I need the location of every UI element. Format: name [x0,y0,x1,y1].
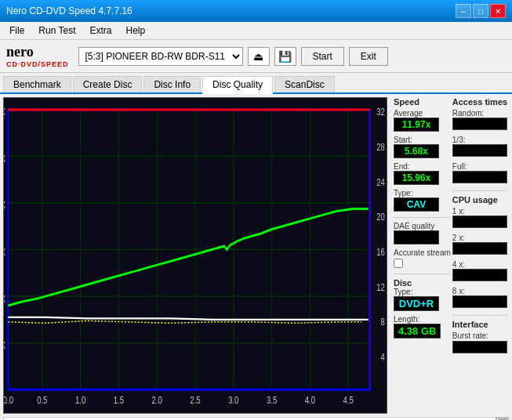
random-label: Random: [452,109,507,118]
start-label: Start: [394,136,451,144]
chart-area: 24 X 20 X 16 X 12 X 8 X 4 X 32 28 24 20 … [3,97,387,414]
cpu2x-stat: 2 x: [452,234,507,255]
disc-type-value: DVD+R [394,296,439,311]
type-value: CAV [394,197,439,212]
svg-text:3.0: 3.0 [228,393,239,405]
eject-button[interactable]: ⏏ [248,47,270,66]
cpu8x-label: 8 x: [452,287,507,295]
interface-title: Interface [452,320,507,329]
toolbar: nero CD·DVD/SPEED [5:3] PIONEER BD-RW BD… [0,40,512,73]
svg-text:4 X: 4 X [4,339,5,350]
average-label: Average [394,109,451,118]
cpu4x-value [452,269,507,281]
random-stat: Random: [452,109,507,130]
cpu8x-value [452,295,507,308]
full-value [452,171,507,183]
cpu1x-value [452,215,507,228]
cpu2x-value [452,242,507,255]
cpu8x-stat: 8 x: [452,287,507,308]
svg-text:2.0: 2.0 [152,393,163,405]
cd-dvd-speed-logo: CD·DVD/SPEED [6,60,69,68]
disc-length-stat: Length: 4.38 GB [394,315,451,339]
tab-disc-info[interactable]: Disc Info [143,76,201,92]
disc-title: Disc [394,278,451,288]
right-two-columns: Speed Average 11.97x Start: 5.68x End: 1… [390,94,512,360]
disc-length-label: Length: [394,315,451,324]
average-stat: Average 11.97x [394,109,451,132]
end-value: 15.96x [394,171,439,185]
svg-text:32: 32 [376,106,385,118]
start-stat: Start: 5.68x [394,136,451,158]
dae-quality-stat: DAE quality [394,222,451,244]
svg-text:1.5: 1.5 [114,393,124,405]
tab-create-disc[interactable]: Create Disc [73,76,143,92]
svg-text:20: 20 [376,211,385,223]
nero-logo-text: nero [6,44,34,60]
end-stat: End: 15.96x [394,162,451,185]
left-stats-column: Speed Average 11.97x Start: 5.68x End: 1… [390,94,452,360]
svg-text:28: 28 [376,140,385,152]
type-label: Type: [394,189,451,197]
right-panel: Speed Average 11.97x Start: 5.68x End: 1… [390,94,512,417]
type-stat: Type: CAV [394,189,451,212]
maximize-button[interactable]: □ [473,4,488,18]
main-content: 24 X 20 X 16 X 12 X 8 X 4 X 32 28 24 20 … [0,94,512,417]
speed-title: Speed [394,97,451,107]
menu-run-test[interactable]: Run Test [32,24,82,38]
cpu1x-stat: 1 x: [452,207,507,228]
svg-text:4.0: 4.0 [305,393,316,405]
window-controls: – □ ✕ [456,4,506,18]
dae-quality-value [394,230,439,244]
svg-text:2.5: 2.5 [190,393,200,405]
menu-help[interactable]: Help [120,24,152,38]
save-button[interactable]: 💾 [274,47,296,66]
close-button[interactable]: ✕ [490,4,506,18]
svg-text:12: 12 [376,281,385,292]
access-times-title: Access times [452,97,507,107]
full-stat: Full: [452,162,507,183]
accurate-stream-label: Accurate stream [394,248,451,257]
svg-text:16: 16 [376,245,385,257]
exit-button[interactable]: Exit [349,47,388,66]
svg-text:1.0: 1.0 [75,393,86,405]
svg-text:3.5: 3.5 [267,393,277,405]
start-value: 5.68x [394,144,439,158]
minimize-button[interactable]: – [456,4,471,18]
svg-text:8: 8 [381,316,385,328]
accurate-stream-stat: Accurate stream [394,248,451,268]
cpu4x-stat: 4 x: [452,260,507,281]
svg-text:16 X: 16 X [4,199,5,211]
cpu4x-label: 4 x: [452,260,507,269]
cpu-usage-title: CPU usage [452,195,507,205]
random-value [452,118,507,130]
accurate-stream-checkbox-row [394,259,451,268]
burst-rate-value [452,341,507,353]
menu-extra[interactable]: Extra [83,24,118,38]
one-third-label: 1/3: [452,136,507,144]
svg-text:24: 24 [376,176,385,187]
burst-rate-label: Burst rate: [452,331,507,340]
svg-text:0.5: 0.5 [37,393,47,405]
chart-svg: 24 X 20 X 16 X 12 X 8 X 4 X 32 28 24 20 … [4,98,387,413]
cpu2x-label: 2 x: [452,234,507,242]
tab-benchmark[interactable]: Benchmark [3,76,71,92]
accurate-stream-checkbox[interactable] [394,259,403,268]
app-logo: nero CD·DVD/SPEED [6,44,69,68]
disc-type-label: Type: [394,288,451,296]
menu-file[interactable]: File [3,24,31,38]
full-label: Full: [452,162,507,171]
one-third-value [452,144,507,157]
cpu1x-label: 1 x: [452,207,507,215]
tab-scandisc[interactable]: ScanDisc [274,76,335,92]
drive-selector[interactable]: [5:3] PIONEER BD-RW BDR-S11 1.01 [78,47,243,66]
dae-quality-label: DAE quality [394,222,451,230]
tab-disc-quality[interactable]: Disc Quality [202,76,273,94]
tab-bar: Benchmark Create Disc Disc Info Disc Qua… [0,73,512,94]
end-label: End: [394,162,451,171]
start-button[interactable]: Start [301,47,344,66]
title-bar: Nero CD-DVD Speed 4.7.7.16 – □ ✕ [0,0,512,22]
svg-text:24 X: 24 X [4,106,5,118]
log-area: [15:46:32] Starting transfer rate test [… [3,417,509,420]
right-stats-column: Access times Random: 1/3: Full: CPU usag… [452,94,510,360]
burst-rate-stat: Burst rate: [452,331,507,353]
